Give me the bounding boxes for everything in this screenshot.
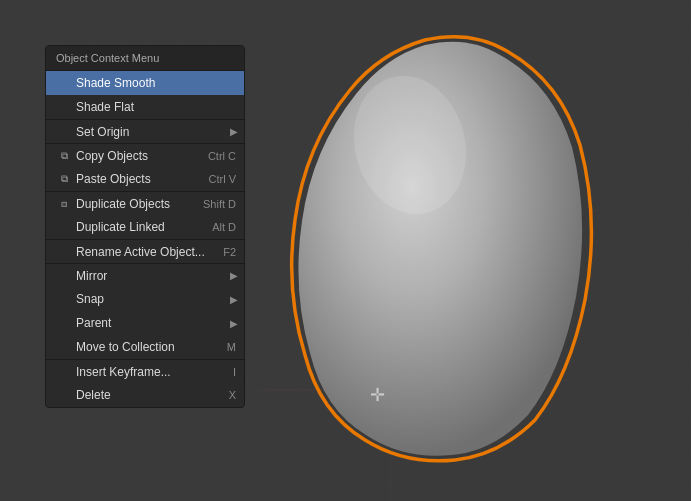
parent-label: Parent [76, 316, 234, 330]
duplicate-objects-icon: ⧈ [56, 198, 72, 210]
copy-objects-icon: ⧉ [56, 150, 72, 162]
menu-item-paste-objects[interactable]: ⧉Paste ObjectsCtrl V [46, 167, 244, 191]
duplicate-linked-shortcut: Alt D [212, 221, 236, 233]
transform-gizmo: ✛ [370, 384, 385, 406]
shade-smooth-label: Shade Smooth [76, 76, 234, 90]
insert-keyframe-shortcut: I [233, 366, 236, 378]
menu-item-delete[interactable]: DeleteX [46, 383, 244, 407]
menu-item-duplicate-objects[interactable]: ⧈Duplicate ObjectsShift D [46, 191, 244, 215]
menu-item-parent[interactable]: Parent▶ [46, 311, 244, 335]
menu-item-insert-keyframe[interactable]: Insert Keyframe...I [46, 359, 244, 383]
mirror-label: Mirror [76, 269, 234, 283]
copy-objects-shortcut: Ctrl C [208, 150, 236, 162]
insert-keyframe-label: Insert Keyframe... [76, 365, 234, 379]
rename-active-shortcut: F2 [223, 246, 236, 258]
set-origin-label: Set Origin [76, 125, 234, 139]
move-to-collection-shortcut: M [227, 341, 236, 353]
menu-item-rename-active[interactable]: Rename Active Object...F2 [46, 239, 244, 263]
mirror-arrow: ▶ [230, 270, 238, 281]
menu-title: Object Context Menu [46, 46, 244, 71]
menu-item-shade-flat[interactable]: Shade Flat [46, 95, 244, 119]
menu-item-copy-objects[interactable]: ⧉Copy ObjectsCtrl C [46, 143, 244, 167]
duplicate-objects-shortcut: Shift D [203, 198, 236, 210]
menu-item-duplicate-linked[interactable]: Duplicate LinkedAlt D [46, 215, 244, 239]
menu-item-set-origin[interactable]: Set Origin▶ [46, 119, 244, 143]
paste-objects-icon: ⧉ [56, 173, 72, 185]
move-to-collection-label: Move to Collection [76, 340, 234, 354]
parent-arrow: ▶ [230, 318, 238, 329]
menu-item-move-to-collection[interactable]: Move to CollectionM [46, 335, 244, 359]
menu-item-mirror[interactable]: Mirror▶ [46, 263, 244, 287]
delete-label: Delete [76, 388, 234, 402]
duplicate-linked-label: Duplicate Linked [76, 220, 234, 234]
delete-shortcut: X [229, 389, 236, 401]
object-3d [240, 25, 610, 475]
snap-arrow: ▶ [230, 294, 238, 305]
set-origin-arrow: ▶ [230, 126, 238, 137]
menu-item-shade-smooth[interactable]: Shade Smooth [46, 71, 244, 95]
paste-objects-shortcut: Ctrl V [209, 173, 237, 185]
shade-flat-label: Shade Flat [76, 100, 234, 114]
snap-label: Snap [76, 292, 234, 306]
menu-item-snap[interactable]: Snap▶ [46, 287, 244, 311]
rename-active-label: Rename Active Object... [76, 245, 234, 259]
context-menu: Object Context Menu Shade SmoothShade Fl… [45, 45, 245, 408]
viewport: ✛ Object Context Menu Shade SmoothShade … [0, 0, 691, 501]
